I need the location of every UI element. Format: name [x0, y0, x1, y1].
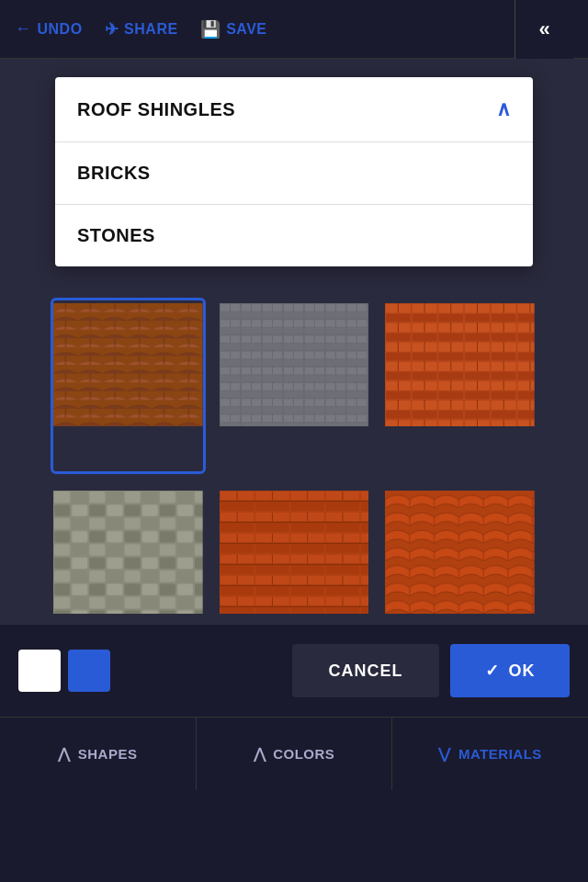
swatch-white[interactable] — [18, 650, 61, 692]
svg-rect-12 — [385, 303, 535, 426]
save-icon: 💾 — [200, 19, 221, 40]
undo-label: UNDO — [38, 21, 83, 38]
main-content: ROOF SHINGLES ∧ BRICKS STONES — [0, 59, 588, 790]
chevron-up-icon: ∧ — [496, 97, 512, 121]
save-button[interactable]: 💾 SAVE — [200, 19, 267, 40]
svg-rect-26 — [385, 491, 535, 614]
dropdown-item-bricks[interactable]: BRICKS — [55, 142, 533, 205]
share-label: SHARE — [124, 21, 178, 38]
material-tile-2[interactable] — [217, 298, 372, 474]
colors-icon: ⋀ — [254, 745, 266, 763]
action-bar: CANCEL ✓ OK — [0, 625, 588, 717]
ok-label: OK — [509, 662, 536, 681]
material-tile-1[interactable] — [51, 298, 206, 474]
nav-item-shapes[interactable]: ⋀ SHAPES — [0, 718, 197, 790]
tile-inner-3 — [385, 300, 535, 429]
color-swatches — [18, 650, 110, 692]
toolbar-left: ← UNDO ✈ SHARE 💾 SAVE — [15, 19, 514, 40]
tile-inner-4 — [53, 488, 203, 616]
undo-button[interactable]: ← UNDO — [15, 19, 83, 39]
svg-rect-2 — [53, 303, 203, 426]
dropdown-label-roof-shingles: ROOF SHINGLES — [77, 99, 235, 120]
nav-item-colors[interactable]: ⋀ COLORS — [197, 718, 393, 790]
tile-inner-6 — [385, 488, 535, 616]
material-tile-3[interactable] — [382, 298, 537, 474]
svg-rect-7 — [220, 303, 369, 426]
undo-icon: ← — [15, 19, 32, 39]
dropdown-item-stones[interactable]: STONES — [55, 205, 533, 266]
materials-icon: ⋁ — [438, 745, 451, 763]
colors-label: COLORS — [273, 746, 334, 762]
double-chevron-icon: « — [538, 17, 549, 41]
materials-label: MATERIALS — [458, 746, 542, 762]
tile-inner-1 — [53, 300, 203, 429]
dropdown-item-roof-shingles[interactable]: ROOF SHINGLES ∧ — [55, 77, 533, 142]
ok-button[interactable]: ✓ OK — [450, 644, 570, 697]
dropdown-label-stones: STONES — [77, 225, 155, 246]
dropdown-label-bricks: BRICKS — [77, 163, 151, 184]
svg-rect-18 — [53, 491, 203, 614]
share-icon: ✈ — [105, 19, 119, 40]
materials-grid — [0, 288, 588, 671]
bottom-nav: ⋀ SHAPES ⋀ COLORS ⋁ MATERIALS — [0, 717, 588, 790]
share-button[interactable]: ✈ SHARE — [105, 19, 178, 40]
category-dropdown: ROOF SHINGLES ∧ BRICKS STONES — [55, 77, 533, 266]
save-label: SAVE — [226, 21, 266, 38]
toolbar: ← UNDO ✈ SHARE 💾 SAVE « — [0, 0, 588, 59]
tile-inner-5 — [220, 488, 369, 616]
svg-rect-24 — [220, 491, 369, 614]
nav-item-materials[interactable]: ⋁ MATERIALS — [392, 718, 588, 790]
cancel-button[interactable]: CANCEL — [292, 644, 439, 697]
shapes-label: SHAPES — [78, 746, 138, 762]
checkmark-icon: ✓ — [485, 661, 500, 681]
tile-inner-2 — [220, 300, 369, 429]
swatch-blue[interactable] — [68, 650, 110, 692]
collapse-button[interactable]: « — [514, 0, 573, 59]
shapes-icon: ⋀ — [58, 745, 71, 763]
action-buttons: CANCEL ✓ OK — [125, 644, 570, 697]
